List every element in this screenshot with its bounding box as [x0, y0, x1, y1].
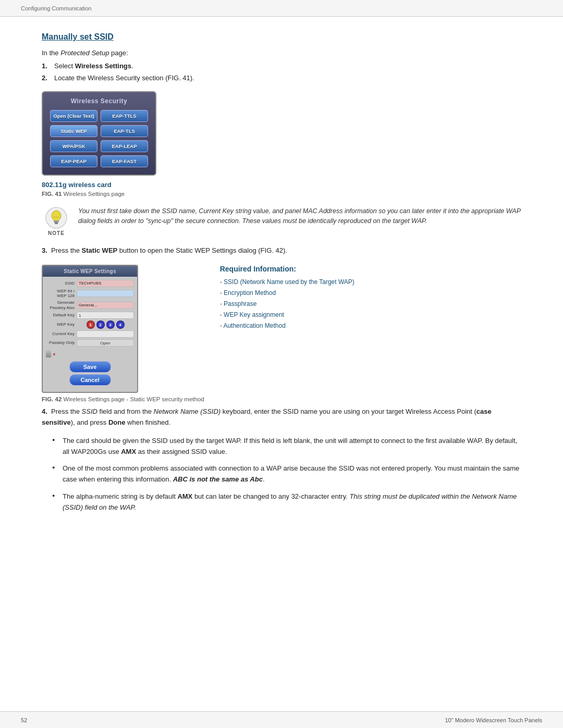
wep-cancel-button[interactable]: Cancel — [69, 374, 111, 386]
intro-italic: Protected Setup — [60, 49, 109, 57]
wep-ssid-value: TECHPUBS — [79, 281, 102, 286]
step-1: 1. Select Wireless Settings. — [42, 62, 521, 70]
ws-btn-wpa-psk[interactable]: WPA/PSK — [50, 140, 97, 152]
bullet-1-amx: AMX — [121, 448, 136, 455]
req-info-list: SSID (Network Name used by the Target WA… — [220, 277, 521, 330]
wep-panel: Static WEP Settings SSID TECHPUBS WEP 64… — [42, 265, 138, 393]
svg-rect-3 — [54, 222, 58, 223]
step-3-bold: Static WEP — [82, 246, 118, 254]
header-text: Configuring Communication — [21, 5, 92, 11]
fig-41-label: FIG. 41 Wireless Settings page — [42, 191, 125, 197]
wep-key-btn-1[interactable]: 1 — [87, 320, 95, 329]
wep-open-field[interactable]: Open — [77, 339, 134, 347]
wep-default-key-row: Default Key 1 — [46, 312, 134, 319]
bullet-3-amx: AMX — [177, 492, 192, 500]
req-item-2: Encryption Method — [220, 288, 521, 298]
wep-type-field[interactable] — [77, 290, 134, 297]
wep-open-value: Open — [100, 341, 111, 346]
step-2: 2. Locate the Wireless Security section … — [42, 74, 521, 82]
fig-42-num: FIG. 42 — [42, 396, 62, 402]
wep-amx-logo: e — [53, 352, 55, 356]
req-item-1: SSID (Network Name used by the Target WA… — [220, 277, 521, 287]
note-bulb-icon — [45, 206, 68, 229]
ws-panel-title: Wireless Security — [50, 97, 148, 105]
wep-passkey-gen-label: GeneratePasskey Also — [46, 300, 75, 310]
fig-42-text: Wireless Settings page - Static WEP secu… — [64, 396, 204, 402]
step-1-bold: Wireless Settings — [75, 62, 131, 70]
wep-panel-wrapper: Static WEP Settings SSID TECHPUBS WEP 64… — [42, 265, 204, 402]
req-item-3: Passphrase — [220, 299, 521, 309]
section-heading: Manually set SSID — [42, 32, 521, 42]
ws-btn-static-wep[interactable]: Static WEP — [50, 125, 97, 137]
note-label: NOTE — [48, 230, 65, 236]
req-item-4: WEP Key assignment — [220, 310, 521, 319]
page: Configuring Communication Manually set S… — [0, 0, 563, 728]
ws-btn-eap-ttls[interactable]: EAP-TTLS — [101, 110, 148, 122]
required-info-box: Required Information: SSID (Network Name… — [220, 265, 521, 332]
step-1-num: 1. — [42, 62, 54, 70]
wep-current-key-field[interactable] — [77, 330, 134, 338]
step-4-done-bold: Done — [108, 418, 126, 426]
intro-text: In the Protected Setup page: — [42, 49, 521, 57]
note-icon-area: NOTE — [42, 206, 71, 236]
wep-ssid-label: SSID — [46, 281, 75, 286]
svg-point-1 — [52, 211, 61, 221]
wep-passkey-row: Passkey Only Open — [46, 339, 134, 347]
footer-product-name: 10" Modero Widescreen Touch Panels — [445, 717, 542, 723]
step-1-text: Select Wireless Settings. — [54, 62, 133, 70]
fig-41-num: FIG. 41 — [42, 191, 62, 197]
footer-bar: 52 10" Modero Widescreen Touch Panels — [0, 711, 563, 728]
bullet-1: The card should be given the SSID used b… — [52, 436, 521, 458]
wep-left-bar — [46, 350, 51, 357]
req-item-5: Authentication Method — [220, 321, 521, 330]
wep-current-key-row: Current Key — [46, 330, 134, 338]
bullet-2-abc-bold-italic: ABC is not the same as Abc — [173, 475, 263, 483]
wep-passkey-only-label: Passkey Only — [46, 340, 75, 346]
step-2-text: Locate the Wireless Security section (FI… — [54, 74, 194, 82]
main-content: Manually set SSID In the Protected Setup… — [0, 17, 563, 546]
bullet-list: The card should be given the SSID used b… — [52, 436, 521, 513]
wep-key-btn-4[interactable]: 4 — [116, 320, 125, 329]
step-3-num: 3. — [42, 246, 47, 254]
wep-default-key-value: 1 — [79, 313, 81, 318]
bullet-2: One of the most common problems associat… — [52, 463, 521, 485]
wep-logo-area: e — [43, 348, 137, 359]
step-4-num: 4. — [42, 408, 47, 415]
figure-41-container: Wireless Security Open (Clear Text) EAP-… — [42, 91, 521, 197]
ws-btn-eap-fast[interactable]: EAP-FAST — [101, 155, 148, 167]
ws-buttons-grid: Open (Clear Text) EAP-TTLS Static WEP EA… — [50, 110, 148, 167]
wep-passkey-gen-row: GeneratePasskey Also Generat... — [46, 300, 134, 310]
wep-save-button[interactable]: Save — [69, 361, 111, 373]
ws-btn-eap-peap[interactable]: EAP-PEAP — [50, 155, 97, 167]
step-4: 4. Press the SSID field and from the Net… — [42, 406, 521, 428]
svg-rect-2 — [54, 220, 59, 222]
steps-list: 1. Select Wireless Settings. 2. Locate t… — [42, 62, 521, 82]
note-text: You must first take down the SSID name, … — [78, 206, 521, 227]
wep-ssid-row: SSID TECHPUBS — [46, 280, 134, 287]
wireless-security-panel: Wireless Security Open (Clear Text) EAP-… — [42, 91, 156, 176]
wep-default-key-label: Default Key — [46, 313, 75, 318]
wep-title-bar: Static WEP Settings — [43, 266, 137, 277]
ws-btn-eap-leap[interactable]: EAP-LEAP — [101, 140, 148, 152]
wep-ssid-field[interactable]: TECHPUBS — [77, 280, 134, 287]
wep-type-label: WEP 64 /WEP 128 — [46, 289, 75, 299]
ws-btn-open[interactable]: Open (Clear Text) — [50, 110, 97, 122]
header-bar: Configuring Communication — [0, 0, 563, 17]
fig-42-label: FIG. 42 Wireless Settings page - Static … — [42, 396, 204, 402]
figure-42-container: Static WEP Settings SSID TECHPUBS WEP 64… — [42, 265, 521, 402]
wep-default-key-field[interactable]: 1 — [77, 312, 134, 319]
ws-btn-eap-tls[interactable]: EAP-TLS — [101, 125, 148, 137]
wep-passkey-gen-field[interactable]: Generat... — [77, 302, 134, 309]
step-2-num: 2. — [42, 74, 54, 82]
wep-key-btn-3[interactable]: 3 — [106, 320, 115, 329]
step-4-ssid-italic: SSID — [82, 408, 97, 415]
note-box: NOTE You must first take down the SSID n… — [42, 206, 521, 236]
fig-41-caption-blue: 802.11g wireless card — [42, 181, 112, 189]
wep-current-key-label: Current Key — [46, 331, 75, 337]
bullet-3: The alpha-numeric string is by default A… — [52, 491, 521, 513]
wep-key-btn-2[interactable]: 2 — [96, 320, 105, 329]
svg-rect-4 — [55, 223, 58, 224]
footer-page-number: 52 — [21, 717, 27, 723]
fig-41-text: Wireless Settings page — [64, 191, 125, 197]
wep-type-row: WEP 64 /WEP 128 — [46, 289, 134, 299]
